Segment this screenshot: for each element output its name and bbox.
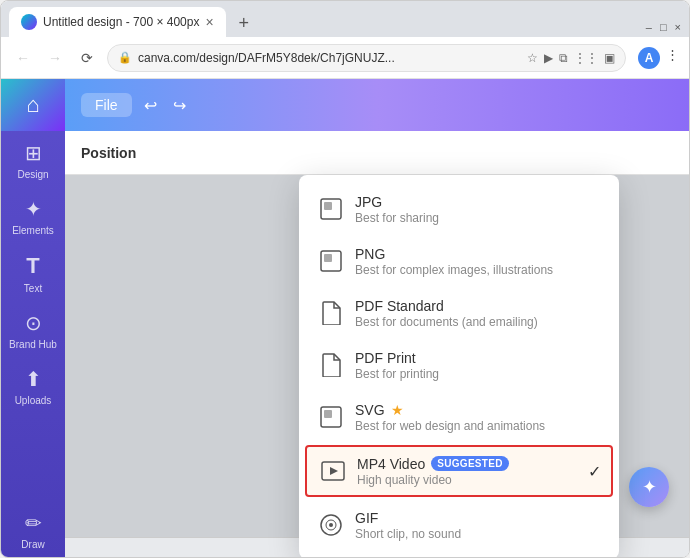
url-text: canva.com/design/DAFrM5Y8dek/Ch7jGNUJZ..… xyxy=(138,51,521,65)
close-window-button[interactable]: × xyxy=(675,21,681,33)
app-container: ⌂ ⊞ Design ✦ Elements T Text ⊙ Brand Hub… xyxy=(1,79,689,557)
design-icon: ⊞ xyxy=(25,141,42,165)
sidebar-item-elements[interactable]: ✦ Elements xyxy=(1,187,65,243)
redo-button[interactable]: ↪ xyxy=(169,92,190,119)
reload-button[interactable]: ⟳ xyxy=(75,46,99,70)
more-menu-button[interactable]: ⋮ xyxy=(666,47,679,69)
back-button[interactable]: ← xyxy=(11,46,35,70)
menu-item-gif[interactable]: GIF Short clip, no sound xyxy=(299,499,619,551)
sidebar-item-brand-hub[interactable]: ⊙ Brand Hub xyxy=(1,301,65,357)
tab-close-button[interactable]: × xyxy=(205,14,213,30)
file-menu-button[interactable]: File xyxy=(81,93,132,117)
mp4-subtitle: High quality video xyxy=(357,473,588,487)
profile-button[interactable]: A xyxy=(638,47,660,69)
svg-rect-3 xyxy=(324,254,332,262)
active-tab[interactable]: Untitled design - 700 × 400px × xyxy=(9,7,226,37)
gif-title: GIF xyxy=(355,510,603,526)
position-title: Position xyxy=(81,145,136,161)
split-screen-icon[interactable]: ▣ xyxy=(604,51,615,65)
jpg-title: JPG xyxy=(355,194,603,210)
sidebar-item-draw[interactable]: ✏ Draw xyxy=(1,501,65,557)
sidebar-item-design[interactable]: ⊞ Design xyxy=(1,131,65,187)
browser-frame: Untitled design - 700 × 400px × + – □ × … xyxy=(0,0,690,558)
draw-icon: ✏ xyxy=(25,511,42,535)
content-header: Position xyxy=(65,131,689,175)
sidebar-label-brand-hub: Brand Hub xyxy=(9,339,57,351)
menu-item-svg[interactable]: SVG ★ Best for web design and animations xyxy=(299,391,619,443)
suggested-badge: SUGGESTED xyxy=(431,456,509,471)
elements-icon: ✦ xyxy=(25,197,42,221)
pdf-standard-subtitle: Best for documents (and emailing) xyxy=(355,315,603,329)
mp4-title: MP4 Video SUGGESTED xyxy=(357,456,588,472)
cast-icon[interactable]: ▶ xyxy=(544,51,553,65)
grid-icon[interactable]: ⋮⋮ xyxy=(574,51,598,65)
sidebar-label-uploads: Uploads xyxy=(15,395,52,407)
svg-point-10 xyxy=(329,523,333,527)
check-mark-icon: ✓ xyxy=(588,462,601,481)
address-bar: ← → ⟳ 🔒 canva.com/design/DAFrM5Y8dek/Ch7… xyxy=(1,37,689,79)
pdf-print-text: PDF Print Best for printing xyxy=(355,350,603,381)
lock-icon: 🔒 xyxy=(118,51,132,64)
menu-item-pdf-print[interactable]: PDF Print Best for printing xyxy=(299,339,619,391)
png-text: PNG Best for complex images, illustratio… xyxy=(355,246,603,277)
sidebar-label-text: Text xyxy=(24,283,42,295)
tab-bar: Untitled design - 700 × 400px × + – □ × xyxy=(1,1,689,37)
sidebar-label-design: Design xyxy=(17,169,48,181)
svg-subtitle: Best for web design and animations xyxy=(355,419,603,433)
png-subtitle: Best for complex images, illustrations xyxy=(355,263,603,277)
menu-item-pdf-standard[interactable]: PDF Standard Best for documents (and ema… xyxy=(299,287,619,339)
export-dropdown-menu: JPG Best for sharing xyxy=(299,175,619,557)
top-toolbar: File ↩ ↪ xyxy=(65,79,689,131)
sidebar-item-uploads[interactable]: ⬆ Uploads xyxy=(1,357,65,413)
mp4-text: MP4 Video SUGGESTED High quality video xyxy=(357,456,588,487)
svg-star-badge: ★ xyxy=(391,402,404,418)
pdf-standard-title: PDF Standard xyxy=(355,298,603,314)
pdf-print-icon xyxy=(315,349,347,381)
jpg-text: JPG Best for sharing xyxy=(355,194,603,225)
menu-item-jpg[interactable]: JPG Best for sharing xyxy=(299,183,619,235)
png-icon xyxy=(315,245,347,277)
sidebar: ⌂ ⊞ Design ✦ Elements T Text ⊙ Brand Hub… xyxy=(1,79,65,557)
pdf-print-title: PDF Print xyxy=(355,350,603,366)
canvas-area: ↻ xyxy=(65,175,689,537)
undo-button[interactable]: ↩ xyxy=(140,92,161,119)
tab-controls: – □ × xyxy=(646,21,681,37)
home-icon: ⌂ xyxy=(26,92,39,118)
sidebar-item-text[interactable]: T Text xyxy=(1,243,65,301)
gif-icon xyxy=(315,509,347,541)
png-title: PNG xyxy=(355,246,603,262)
gif-subtitle: Short clip, no sound xyxy=(355,527,603,541)
tab-favicon xyxy=(21,14,37,30)
url-bar[interactable]: 🔒 canva.com/design/DAFrM5Y8dek/Ch7jGNUJZ… xyxy=(107,44,626,72)
pdf-print-subtitle: Best for printing xyxy=(355,367,603,381)
sidebar-label-draw: Draw xyxy=(21,539,44,551)
brand-hub-icon: ⊙ xyxy=(25,311,42,335)
uploads-icon: ⬆ xyxy=(25,367,42,391)
minimize-button[interactable]: – xyxy=(646,21,652,33)
pdf-standard-icon xyxy=(315,297,347,329)
main-content: File ↩ ↪ Position ↻ xyxy=(65,79,689,557)
svg-marker-7 xyxy=(330,467,338,475)
menu-item-mp4[interactable]: MP4 Video SUGGESTED High quality video ✓ xyxy=(305,445,613,497)
svg-icon xyxy=(315,401,347,433)
browser-actions: A ⋮ xyxy=(638,47,679,69)
mp4-icon xyxy=(317,455,349,487)
maximize-button[interactable]: □ xyxy=(660,21,667,33)
bookmark-icon[interactable]: ☆ xyxy=(527,51,538,65)
tab-title: Untitled design - 700 × 400px xyxy=(43,15,199,29)
svg-rect-5 xyxy=(324,410,332,418)
sidebar-label-elements: Elements xyxy=(12,225,54,237)
menu-item-png[interactable]: PNG Best for complex images, illustratio… xyxy=(299,235,619,287)
url-icons: ☆ ▶ ⧉ ⋮⋮ ▣ xyxy=(527,51,615,65)
svg-title: SVG ★ xyxy=(355,402,603,418)
forward-button[interactable]: → xyxy=(43,46,67,70)
pdf-standard-text: PDF Standard Best for documents (and ema… xyxy=(355,298,603,329)
text-icon: T xyxy=(26,253,39,279)
svg-rect-1 xyxy=(324,202,332,210)
sidebar-home-button[interactable]: ⌂ xyxy=(1,79,65,131)
dropdown-overlay: JPG Best for sharing xyxy=(125,175,689,537)
jpg-subtitle: Best for sharing xyxy=(355,211,603,225)
svg-text: SVG ★ Best for web design and animations xyxy=(355,402,603,433)
new-tab-button[interactable]: + xyxy=(230,9,258,37)
puzzle-icon[interactable]: ⧉ xyxy=(559,51,568,65)
